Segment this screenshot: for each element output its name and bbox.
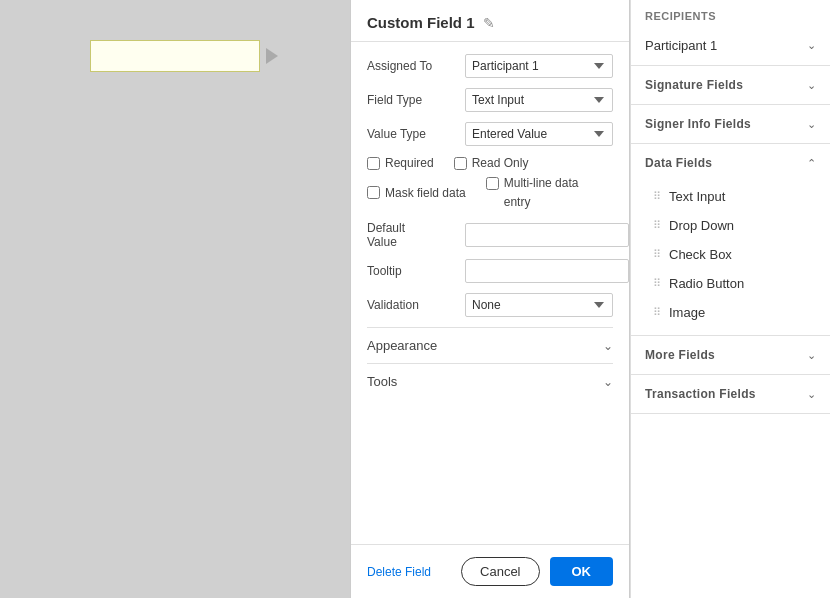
properties-panel: Custom Field 1 ✎ Assigned To Participant… <box>350 0 630 598</box>
assigned-to-row: Assigned To Participant 1 <box>367 54 613 78</box>
tooltip-input[interactable] <box>465 259 629 283</box>
check-box-item-label: Check Box <box>669 247 732 262</box>
sidebar-item-check-box[interactable]: ⠿ Check Box <box>631 240 830 269</box>
signature-fields-chevron-icon: ⌄ <box>807 79 816 92</box>
panel-body: Assigned To Participant 1 Field Type Tex… <box>351 42 629 544</box>
sidebar-item-text-input[interactable]: ⠿ Text Input <box>631 182 830 211</box>
read-only-checkbox[interactable] <box>454 157 467 170</box>
checkbox-row-1: Required Read Only <box>367 156 613 170</box>
value-type-label: Value Type <box>367 127 457 141</box>
multiline-checkbox-item[interactable]: Multi-line data entry <box>486 176 579 209</box>
sidebar-item-radio-button[interactable]: ⠿ Radio Button <box>631 269 830 298</box>
sidebar-item-image[interactable]: ⠿ Image <box>631 298 830 327</box>
default-value-input[interactable] <box>465 223 629 247</box>
required-label: Required <box>385 156 434 170</box>
participant-value: Participant 1 <box>645 38 717 53</box>
canvas-field-box[interactable] <box>90 40 260 72</box>
recipients-label: RECIPIENTS <box>631 0 830 26</box>
value-type-row: Value Type Entered Value <box>367 122 613 146</box>
more-fields-title: More Fields <box>645 348 715 362</box>
validation-row: Validation None <box>367 293 613 317</box>
drop-down-item-label: Drop Down <box>669 218 734 233</box>
validation-label: Validation <box>367 298 457 312</box>
field-type-row: Field Type Text Input <box>367 88 613 112</box>
image-item-label: Image <box>669 305 705 320</box>
drag-handle-radio-button: ⠿ <box>653 277 661 290</box>
signer-info-section: Signer Info Fields ⌄ <box>631 105 830 144</box>
multiline-label-2: entry <box>486 195 531 209</box>
signer-info-header[interactable]: Signer Info Fields ⌄ <box>631 105 830 143</box>
signer-info-chevron-icon: ⌄ <box>807 118 816 131</box>
default-value-label: DefaultValue <box>367 221 457 249</box>
transaction-fields-header[interactable]: Transaction Fields ⌄ <box>631 375 830 413</box>
transaction-fields-title: Transaction Fields <box>645 387 756 401</box>
tools-section[interactable]: Tools ⌄ <box>367 363 613 399</box>
recipients-chevron-icon: ⌄ <box>807 39 816 52</box>
more-fields-chevron-icon: ⌄ <box>807 349 816 362</box>
sidebar-item-drop-down[interactable]: ⠿ Drop Down <box>631 211 830 240</box>
read-only-label: Read Only <box>472 156 529 170</box>
edit-icon[interactable]: ✎ <box>483 15 495 31</box>
tools-chevron-icon: ⌄ <box>603 375 613 389</box>
radio-button-item-label: Radio Button <box>669 276 744 291</box>
read-only-checkbox-item[interactable]: Read Only <box>454 156 529 170</box>
data-fields-title: Data Fields <box>645 156 712 170</box>
data-fields-section: Data Fields ⌃ ⠿ Text Input ⠿ Drop Down ⠿… <box>631 144 830 336</box>
more-fields-header[interactable]: More Fields ⌄ <box>631 336 830 374</box>
field-type-label: Field Type <box>367 93 457 107</box>
required-checkbox[interactable] <box>367 157 380 170</box>
drag-handle-check-box: ⠿ <box>653 248 661 261</box>
multiline-label: Multi-line data <box>504 176 579 190</box>
cancel-button[interactable]: Cancel <box>461 557 539 586</box>
data-fields-header[interactable]: Data Fields ⌃ <box>631 144 830 182</box>
panel-title: Custom Field 1 <box>367 14 475 31</box>
transaction-fields-chevron-icon: ⌄ <box>807 388 816 401</box>
signature-fields-title: Signature Fields <box>645 78 743 92</box>
validation-select[interactable]: None <box>465 293 613 317</box>
mask-field-checkbox-item[interactable]: Mask field data <box>367 176 466 209</box>
delete-field-button[interactable]: Delete Field <box>367 565 431 579</box>
signer-info-title: Signer Info Fields <box>645 117 751 131</box>
checkbox-row-2: Mask field data Multi-line data entry <box>367 176 613 209</box>
value-type-select[interactable]: Entered Value <box>465 122 613 146</box>
text-input-item-label: Text Input <box>669 189 725 204</box>
right-sidebar: RECIPIENTS Participant 1 ⌄ Signature Fie… <box>630 0 830 598</box>
appearance-label: Appearance <box>367 338 437 353</box>
signature-fields-header[interactable]: Signature Fields ⌄ <box>631 66 830 104</box>
canvas-area <box>0 0 350 598</box>
mask-field-checkbox[interactable] <box>367 186 380 199</box>
panel-header: Custom Field 1 ✎ <box>351 0 629 42</box>
appearance-chevron-icon: ⌄ <box>603 339 613 353</box>
transaction-fields-section: Transaction Fields ⌄ <box>631 375 830 414</box>
signature-fields-section: Signature Fields ⌄ <box>631 66 830 105</box>
recipients-section: RECIPIENTS Participant 1 ⌄ <box>631 0 830 66</box>
more-fields-section: More Fields ⌄ <box>631 336 830 375</box>
assigned-to-label: Assigned To <box>367 59 457 73</box>
tooltip-label: Tooltip <box>367 264 457 278</box>
mask-field-label: Mask field data <box>385 186 466 200</box>
tools-label: Tools <box>367 374 397 389</box>
panel-footer: Delete Field Cancel OK <box>351 544 629 598</box>
field-arrow-indicator <box>266 48 278 64</box>
drag-handle-image: ⠿ <box>653 306 661 319</box>
appearance-section[interactable]: Appearance ⌄ <box>367 327 613 363</box>
recipients-header[interactable]: Participant 1 ⌄ <box>631 26 830 65</box>
drag-handle-drop-down: ⠿ <box>653 219 661 232</box>
assigned-to-select[interactable]: Participant 1 <box>465 54 613 78</box>
data-fields-chevron-icon: ⌃ <box>807 157 816 170</box>
data-fields-items: ⠿ Text Input ⠿ Drop Down ⠿ Check Box ⠿ R… <box>631 182 830 335</box>
field-type-select[interactable]: Text Input <box>465 88 613 112</box>
tooltip-row: Tooltip <box>367 259 613 283</box>
default-value-row: DefaultValue <box>367 221 613 249</box>
drag-handle-text-input: ⠿ <box>653 190 661 203</box>
required-checkbox-item[interactable]: Required <box>367 156 434 170</box>
multiline-checkbox[interactable] <box>486 177 499 190</box>
ok-button[interactable]: OK <box>550 557 614 586</box>
